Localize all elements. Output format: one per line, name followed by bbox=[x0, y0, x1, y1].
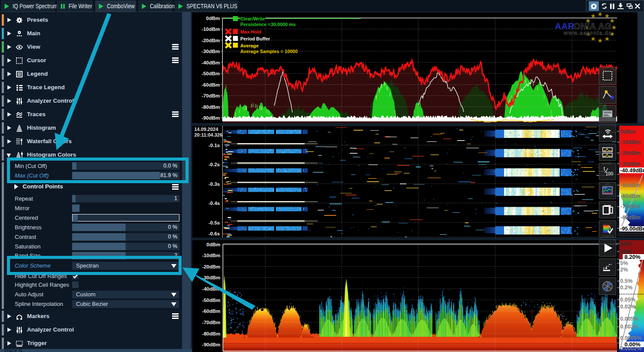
svg-text:www.aaronia.de: www.aaronia.de bbox=[563, 30, 612, 36]
svg-text:-30dBm: -30dBm bbox=[202, 275, 220, 280]
svg-text:Average Samples = 10000: Average Samples = 10000 bbox=[240, 49, 298, 54]
svg-text:Max Hold: Max Hold bbox=[240, 29, 261, 34]
svg-text:0.005%: 0.005% bbox=[620, 316, 638, 322]
svg-text:-0.5s: -0.5s bbox=[209, 220, 220, 225]
svg-text:50%: 50% bbox=[621, 241, 631, 247]
svg-text:0dBm: 0dBm bbox=[206, 242, 220, 247]
svg-text:-0.1s: -0.1s bbox=[209, 143, 220, 148]
svg-text:-40.49dBm: -40.49dBm bbox=[620, 168, 644, 174]
svg-text:-60dBm: -60dBm bbox=[621, 193, 641, 199]
svg-text:8.20%: 8.20% bbox=[624, 254, 641, 260]
svg-text:Period Buffer: Period Buffer bbox=[240, 36, 270, 41]
svg-text:0.2%: 0.2% bbox=[620, 285, 633, 291]
svg-text:-10dBm: -10dBm bbox=[202, 27, 220, 32]
svg-text:-80dBm: -80dBm bbox=[621, 215, 641, 221]
svg-text:-50dBm: -50dBm bbox=[621, 182, 641, 188]
svg-text:-70dBm: -70dBm bbox=[202, 93, 220, 98]
svg-text:-50dBm: -50dBm bbox=[202, 71, 220, 76]
svg-text:0.0005%: 0.0005% bbox=[620, 335, 641, 341]
svg-text:-50dBm: -50dBm bbox=[202, 298, 220, 303]
svg-text:-10dBm: -10dBm bbox=[621, 139, 641, 145]
svg-text:0dBm: 0dBm bbox=[621, 129, 636, 135]
svg-text:-70dBm: -70dBm bbox=[621, 204, 641, 210]
svg-text:Persistence =30.0000 ms: Persistence =30.0000 ms bbox=[240, 22, 296, 27]
svg-text:0.00%: 0.00% bbox=[624, 341, 641, 348]
svg-text:0.002%: 0.002% bbox=[620, 324, 638, 330]
svg-text:-10dBm: -10dBm bbox=[202, 253, 220, 258]
svg-text:-20dBm: -20dBm bbox=[621, 150, 641, 156]
svg-text:Average: Average bbox=[240, 43, 259, 48]
svg-text:-20dBm: -20dBm bbox=[202, 38, 220, 43]
svg-text:ONIA AG: ONIA AG bbox=[574, 21, 612, 31]
svg-text:t: t bbox=[604, 166, 605, 172]
svg-text:Clear/Write: Clear/Write bbox=[240, 16, 265, 21]
svg-text:-0.3s: -0.3s bbox=[209, 181, 220, 187]
svg-text:14.09.2024: 14.09.2024 bbox=[194, 127, 219, 132]
svg-text:0dBm: 0dBm bbox=[206, 16, 220, 21]
svg-text:20:11:04.326: 20:11:04.326 bbox=[194, 132, 222, 137]
svg-text:-30dBm: -30dBm bbox=[202, 49, 220, 54]
svg-text:0.02%: 0.02% bbox=[620, 304, 635, 310]
svg-text:5%: 5% bbox=[620, 260, 628, 266]
svg-text:-60dBm: -60dBm bbox=[202, 82, 220, 87]
svg-text:-0.2s: -0.2s bbox=[209, 162, 220, 167]
svg-text:-40dBm: -40dBm bbox=[202, 60, 220, 65]
svg-text:-0.6s: -0.6s bbox=[209, 231, 220, 236]
svg-text:2%: 2% bbox=[620, 267, 628, 273]
svg-text:-30dBm: -30dBm bbox=[621, 161, 641, 167]
svg-text:0.5%: 0.5% bbox=[620, 278, 633, 284]
svg-text:-95.00dBm: -95.00dBm bbox=[620, 226, 644, 232]
svg-text:0.05%: 0.05% bbox=[620, 297, 635, 303]
svg-text:-90dBm: -90dBm bbox=[202, 342, 220, 347]
svg-text:-20dBm: -20dBm bbox=[202, 264, 220, 269]
svg-text:-90dBm: -90dBm bbox=[202, 115, 220, 121]
svg-text:-80dBm: -80dBm bbox=[202, 331, 220, 336]
svg-text:100: 100 bbox=[606, 171, 614, 176]
svg-text:-80dBm: -80dBm bbox=[202, 104, 220, 110]
svg-text:-70dBm: -70dBm bbox=[202, 320, 220, 325]
svg-text:-0.4s: -0.4s bbox=[209, 201, 220, 206]
svg-text:-40dBm: -40dBm bbox=[202, 286, 220, 292]
svg-text:AAR: AAR bbox=[555, 21, 574, 31]
svg-text:-60dBm: -60dBm bbox=[202, 308, 220, 314]
